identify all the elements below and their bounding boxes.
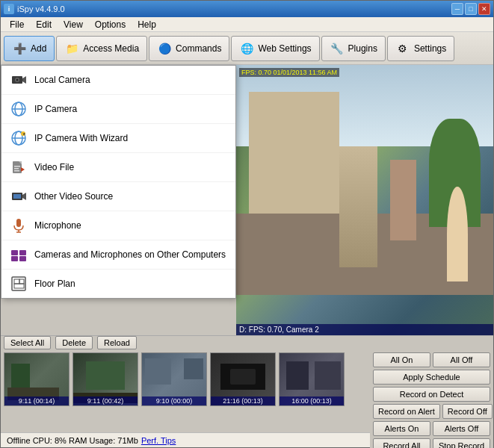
menu-options[interactable]: Options: [89, 18, 132, 31]
svg-marker-19: [22, 193, 26, 200]
all-off-button[interactable]: All Off: [433, 352, 490, 367]
thumbnails-area: 9:11 (00:14) 9:11 (00:42): [1, 349, 370, 448]
svg-point-3: [16, 79, 19, 81]
thumbnail-4[interactable]: 21:16 (00:13): [210, 352, 276, 406]
dropdown-local-camera[interactable]: Local Camera: [1, 66, 235, 95]
title-bar-left: i iSpy v4.4.9.0: [4, 4, 65, 14]
main-window: i iSpy v4.4.9.0 ─ □ ✕ File Edit View Opt…: [0, 0, 494, 448]
toolbar-commands-button[interactable]: 🔵 Commands: [149, 36, 229, 61]
menu-file[interactable]: File: [4, 18, 30, 31]
plugins-icon: 🔧: [330, 41, 345, 56]
menu-view[interactable]: View: [58, 18, 89, 31]
bottom-section: Select All Delete Reload 9:11 (00:14): [1, 335, 493, 432]
toolbar-access-media-button[interactable]: 📁 Access Media: [56, 36, 147, 61]
thumbnail-5[interactable]: 16:00 (00:13): [279, 352, 345, 406]
toolbar-plugins-button[interactable]: 🔧 Plugins: [321, 36, 386, 61]
access-media-icon: 📁: [64, 41, 79, 56]
control-row-4: Record on Alert Record Off: [373, 404, 490, 419]
menu-bar: File Edit View Options Help: [1, 17, 493, 32]
thumbnails-with-controls: 9:11 (00:14) 9:11 (00:42): [1, 349, 493, 448]
dropdown-other-video[interactable]: Other Video Source: [1, 182, 235, 211]
thumb-label-1: 9:11 (00:14): [4, 396, 69, 405]
camera-overlay-bottom: D: FPS: 0.70, Camera 2: [236, 324, 493, 335]
svg-rect-30: [19, 279, 24, 284]
other-video-icon: [10, 188, 27, 205]
dropdown-cameras-other[interactable]: Cameras and Microphones on Other Compute…: [1, 240, 235, 270]
control-row-1: All On All Off: [373, 352, 490, 367]
thumb-label-3: 9:10 (00:00): [142, 396, 206, 405]
svg-rect-25: [19, 250, 26, 255]
thumbnail-1[interactable]: 9:11 (00:14): [4, 352, 70, 406]
local-camera-icon: [10, 72, 27, 88]
record-on-alert-button[interactable]: Record on Alert: [373, 404, 440, 419]
svg-rect-29: [14, 279, 19, 284]
toolbar-settings-button[interactable]: ⚙ Settings: [387, 36, 454, 61]
delete-button[interactable]: Delete: [55, 336, 93, 349]
ip-camera-wizard-icon: ★: [10, 130, 27, 146]
bottom-toolbar: Select All Delete Reload: [1, 336, 493, 349]
cameras-other-icon: [10, 246, 27, 263]
main-content: Local Camera IP Camera: [1, 65, 493, 432]
maximize-button[interactable]: □: [465, 3, 477, 15]
thumb-label-2: 9:11 (00:42): [73, 396, 138, 405]
thumbnail-3[interactable]: 9:10 (00:00): [141, 352, 207, 406]
microphone-icon: [10, 217, 27, 234]
title-bar: i iSpy v4.4.9.0 ─ □ ✕: [1, 1, 493, 17]
reload-button[interactable]: Reload: [97, 336, 137, 349]
menu-help[interactable]: Help: [132, 18, 162, 31]
record-off-button[interactable]: Record Off: [442, 404, 493, 419]
stop-record-button[interactable]: Stop Record: [433, 438, 490, 448]
app-icon: i: [4, 4, 14, 14]
floor-plan-icon: [10, 276, 27, 292]
dropdown-microphone[interactable]: Microphone: [1, 211, 235, 240]
svg-marker-17: [21, 167, 25, 172]
camera-feed: FPS: 0.70 01/01/2013 11:56 AM D: FPS: 0.…: [236, 65, 493, 335]
add-icon: ➕: [12, 41, 27, 56]
svg-rect-15: [14, 168, 19, 169]
thumb-label-5: 16:00 (00:13): [280, 396, 344, 405]
dropdown-video-file[interactable]: Video File: [1, 153, 235, 182]
title-buttons: ─ □ ✕: [451, 3, 490, 15]
video-file-icon: [10, 159, 27, 175]
record-all-button[interactable]: Record All: [373, 438, 430, 448]
web-settings-icon: 🌐: [239, 41, 254, 56]
control-row-6: Record All Stop Record: [373, 438, 490, 448]
svg-rect-24: [11, 250, 18, 255]
alerts-on-button[interactable]: Alerts On: [373, 421, 430, 436]
svg-rect-16: [14, 170, 19, 172]
controls-panel: All On All Off Apply Schedule Record on …: [370, 349, 493, 448]
top-section: Local Camera IP Camera: [1, 65, 493, 335]
thumbnail-2[interactable]: 9:11 (00:42): [72, 352, 138, 406]
toolbar-add-button[interactable]: ➕ Add: [4, 36, 55, 61]
svg-rect-14: [14, 166, 20, 167]
close-button[interactable]: ✕: [478, 3, 490, 15]
svg-rect-20: [13, 194, 21, 199]
all-on-button[interactable]: All On: [373, 352, 430, 367]
control-row-3: Record on Detect: [373, 387, 490, 402]
svg-rect-21: [16, 219, 21, 227]
dropdown-ip-camera-wizard[interactable]: ★ IP Camera With Wizard: [1, 124, 235, 153]
dropdown-ip-camera[interactable]: IP Camera: [1, 95, 235, 124]
minimize-button[interactable]: ─: [451, 3, 463, 15]
record-on-detect-button[interactable]: Record on Detect: [373, 387, 490, 402]
select-all-button[interactable]: Select All: [4, 336, 51, 349]
menu-edit[interactable]: Edit: [30, 18, 58, 31]
window-title: iSpy v4.4.9.0: [17, 4, 65, 13]
svg-marker-1: [22, 76, 26, 84]
svg-rect-27: [19, 256, 26, 261]
thumb-label-4: 21:16 (00:13): [211, 396, 275, 405]
apply-schedule-button[interactable]: Apply Schedule: [373, 370, 490, 385]
control-row-5: Alerts On Alerts Off: [373, 421, 490, 436]
svg-rect-12: [13, 161, 22, 173]
settings-icon: ⚙: [395, 41, 410, 56]
toolbar-web-settings-button[interactable]: 🌐 Web Settings: [231, 36, 319, 61]
commands-icon: 🔵: [157, 41, 172, 56]
control-row-2: Apply Schedule: [373, 370, 490, 385]
dropdown-floor-plan[interactable]: Floor Plan: [1, 270, 235, 298]
add-dropdown-menu: Local Camera IP Camera: [1, 65, 236, 299]
alerts-off-button[interactable]: Alerts Off: [433, 421, 490, 436]
toolbar: ➕ Add 📁 Access Media 🔵 Commands 🌐 Web Se…: [1, 32, 493, 65]
ip-camera-icon: [10, 101, 27, 117]
svg-rect-31: [14, 284, 24, 288]
svg-rect-26: [11, 256, 18, 261]
